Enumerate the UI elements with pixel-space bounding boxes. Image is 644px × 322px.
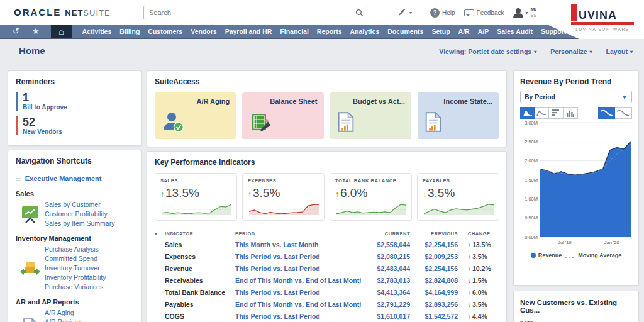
up-arrow-icon: ↑: [468, 242, 471, 248]
up-arrow-icon: ↑: [468, 313, 471, 320]
history-icon[interactable]: ↺: [13, 25, 19, 38]
nav-item-documents[interactable]: Documents: [387, 28, 423, 35]
cell-previous[interactable]: $2,824,808: [410, 277, 458, 284]
reminder-item[interactable]: 52New Vendors: [16, 116, 133, 135]
shortcut-link[interactable]: Committed Spend: [45, 254, 106, 264]
table-row[interactable]: PayablesEnd of This Month vs. End of Las…: [155, 298, 499, 310]
suiteaccess-card-a-r-aging[interactable]: A/R Aging: [155, 92, 236, 139]
cell-current[interactable]: $1,610,017: [361, 313, 410, 320]
shortcut-link[interactable]: Inventory Profitability: [45, 273, 106, 282]
shortcut-link[interactable]: Sales by Item Summary: [45, 219, 114, 228]
suiteaccess-portlet: SuiteAccess A/R AgingBalance SheetBudget…: [147, 70, 507, 147]
nav-item-sales-audit[interactable]: Sales Audit: [497, 28, 533, 35]
sort-caret-icon[interactable]: ▾: [155, 231, 165, 236]
shortcut-link[interactable]: Purchase Variances: [45, 282, 106, 292]
line-chart-button[interactable]: [535, 107, 549, 119]
cell-period[interactable]: This Period vs. Last Period: [235, 289, 361, 296]
shortcut-link[interactable]: A/R Aging: [45, 308, 82, 318]
help-button[interactable]: ? Help: [430, 8, 455, 18]
create-new-button[interactable]: ▾: [397, 8, 412, 17]
reminder-item[interactable]: 1Bill to Approve: [16, 92, 133, 111]
nav-item-a-p[interactable]: A/P: [478, 28, 489, 35]
bar-chart-button[interactable]: [549, 107, 564, 119]
cell-previous[interactable]: $2,009,253: [410, 253, 458, 260]
cell-current[interactable]: $2,791,229: [361, 301, 410, 308]
table-row[interactable]: ExpensesThis Period vs. Last Period$2,08…: [155, 250, 499, 262]
column-header[interactable]: CURRENT: [361, 231, 410, 236]
nav-item-vendors[interactable]: Vendors: [191, 28, 216, 35]
cell-period[interactable]: End of This Month vs. End of Last Month: [235, 301, 361, 308]
ledger-pencil-icon: [248, 111, 274, 135]
home-tab[interactable]: ⌂: [51, 25, 72, 38]
personalize-label: Personalize: [550, 48, 587, 55]
cell-current[interactable]: $2,558,044: [361, 241, 410, 248]
cell-change: ↑6.0%: [458, 289, 497, 296]
cell-period[interactable]: End of This Month vs. End of Last Month: [235, 277, 361, 284]
cell-previous[interactable]: $1,542,572: [410, 313, 458, 320]
nav-item-customers[interactable]: Customers: [148, 28, 182, 35]
column-header[interactable]: PREVIOUS: [410, 231, 458, 236]
column-chart-button[interactable]: [564, 107, 578, 119]
cell-period[interactable]: This Month vs. Last Month: [235, 241, 361, 248]
revenue-area-chart[interactable]: 3.00M2.50M2.00M1.50M1.00M0.50M0.00MJul '…: [520, 119, 632, 248]
shortcut-link[interactable]: Sales by Customer: [45, 200, 114, 209]
column-header[interactable]: INDICATOR: [165, 231, 235, 236]
nav-item-a-r[interactable]: A/R: [458, 28, 470, 35]
cell-previous[interactable]: $2,893,256: [410, 301, 458, 308]
suiteaccess-card-balance-sheet[interactable]: Balance Sheet: [242, 92, 323, 139]
legend-item[interactable]: Revenue: [531, 252, 562, 258]
table-row[interactable]: ReceivablesEnd of This Month vs. End of …: [155, 274, 499, 286]
nav-item-activities[interactable]: Activities: [82, 28, 112, 35]
cell-previous[interactable]: $2,254,156: [410, 241, 458, 248]
table-row[interactable]: Total Bank BalanceThis Period vs. Last P…: [155, 286, 499, 298]
oracle-netsuite-logo[interactable]: ORACLENETSUITE: [14, 7, 111, 18]
suiteaccess-card-income-state-[interactable]: Income State...: [418, 92, 499, 139]
nav-item-reports[interactable]: Reports: [317, 28, 342, 35]
search-icon[interactable]: [352, 6, 367, 19]
cell-current[interactable]: $4,413,364: [361, 289, 410, 296]
nav-item-billing[interactable]: Billing: [119, 28, 140, 35]
nav-item-financial[interactable]: Financial: [280, 28, 309, 35]
change-value: 3.5%: [472, 301, 487, 308]
column-header[interactable]: CHANGE: [458, 231, 497, 236]
legend-item[interactable]: Moving Average: [565, 250, 621, 261]
cell-previous[interactable]: $4,164,999: [410, 289, 458, 296]
feedback-button[interactable]: Feedback: [464, 9, 504, 16]
kpi-tile-expenses[interactable]: EXPENSES↑3.5%: [242, 173, 325, 221]
cell-current[interactable]: $2,783,013: [361, 277, 410, 284]
cell-period[interactable]: This Period vs. Last Period: [235, 265, 361, 272]
kpi-tile-sales[interactable]: SALES↑13.5%: [155, 173, 237, 221]
layout-dropdown[interactable]: Layout ▾: [606, 48, 633, 55]
cell-change: ↑3.5%: [458, 253, 497, 260]
nav-item-setup[interactable]: Setup: [431, 28, 450, 35]
nav-item-analytics[interactable]: Analytics: [350, 28, 380, 35]
viewing-dropdown[interactable]: Viewing: Portlet date settings ▾: [439, 48, 536, 55]
kpi-tile-payables[interactable]: PAYABLES↓3.5%: [417, 173, 499, 221]
table-row[interactable]: COGSThis Period vs. Last Period$1,610,01…: [155, 310, 499, 322]
trend-smooth-button[interactable]: [598, 107, 615, 119]
nav-item-payroll-and-hr[interactable]: Payroll and HR: [225, 28, 272, 35]
shortcut-executive-management[interactable]: ≡ Executive Management: [16, 173, 133, 184]
trend-line-button[interactable]: [615, 107, 632, 119]
area-chart-button[interactable]: [520, 107, 535, 119]
table-row[interactable]: RevenueThis Period vs. Last Period$2,483…: [155, 262, 499, 274]
shortcut-link[interactable]: Purchase Analysis: [45, 245, 106, 254]
column-header[interactable]: PERIOD: [235, 231, 361, 236]
shortcut-link[interactable]: Inventory Turnover: [45, 264, 106, 273]
cell-previous[interactable]: $2,254,156: [410, 265, 458, 272]
shortcut-link[interactable]: Customer Profitability: [45, 209, 114, 219]
cell-period[interactable]: This Period vs. Last Period: [235, 313, 361, 320]
period-select[interactable]: By Period ▼: [520, 91, 632, 103]
cell-period[interactable]: This Period vs. Last Period: [235, 253, 361, 260]
table-row[interactable]: SalesThis Month vs. Last Month$2,558,044…: [155, 238, 499, 250]
change-value: 1.5%: [472, 277, 487, 284]
reminder-label: Bill to Approve: [23, 104, 133, 111]
cell-current[interactable]: $2,080,215: [361, 253, 410, 260]
shortcut-link[interactable]: A/R Register: [45, 318, 82, 322]
personalize-dropdown[interactable]: Personalize ▾: [550, 48, 592, 55]
suiteaccess-card-budget-vs-act-[interactable]: Budget vs Act...: [330, 92, 411, 139]
kpi-tile-total-bank-balance[interactable]: TOTAL BANK BALANCE↑6.0%: [330, 173, 412, 221]
search-input[interactable]: [144, 9, 352, 16]
cell-current[interactable]: $2,483,044: [361, 265, 410, 272]
favorites-star-icon[interactable]: ★: [32, 25, 40, 38]
